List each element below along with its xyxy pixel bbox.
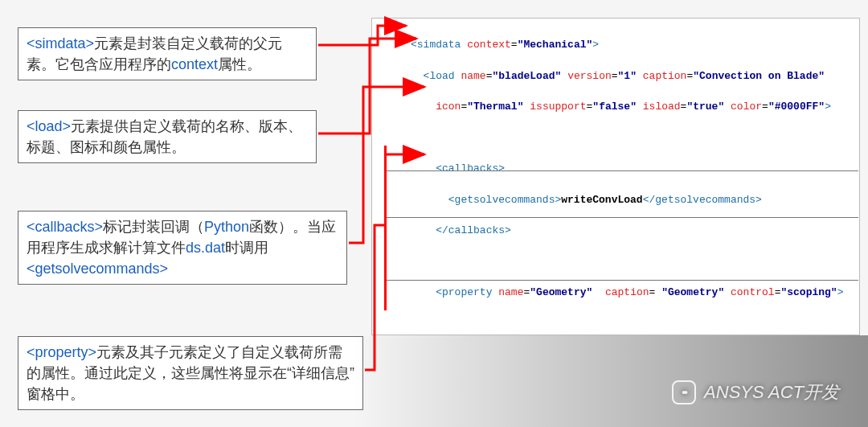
tag-context: context	[171, 56, 218, 72]
tag-property: <property>	[27, 344, 96, 360]
separator	[386, 170, 858, 171]
note-simdata: <simdata>元素是封装自定义载荷的父元素。它包含应用程序的context属…	[18, 27, 317, 80]
code-load-open: <load name="bladeLoad" version="1" capti…	[411, 68, 853, 84]
separator	[386, 217, 858, 218]
code-panel: <simdata context="Mechanical"> <load nam…	[371, 18, 860, 335]
watermark: •• ANSYS ACT开发	[672, 380, 839, 404]
note-property: <property>元素及其子元素定义了自定义载荷所需的属性。通过此定义，这些属…	[18, 336, 363, 410]
watermark-text: ANSYS ACT开发	[704, 380, 839, 404]
tag-callbacks: <callbacks>	[27, 219, 103, 235]
tag-load: <load>	[27, 118, 71, 134]
note-callbacks: <callbacks>标记封装回调（Python函数）。当应用程序生成求解计算文…	[18, 211, 347, 285]
property-bracket	[384, 146, 387, 310]
note-load: <load>元素提供自定义载荷的名称、版本、标题、图标和颜色属性。	[18, 110, 317, 163]
separator	[386, 280, 858, 281]
code-simdata-open: <simdata context="Mechanical">	[411, 37, 853, 52]
code-prop-geometry: <property name="Geometry" caption= "Geom…	[411, 285, 853, 300]
tag-simdata: <simdata>	[27, 35, 94, 51]
wechat-icon: ••	[672, 380, 696, 404]
tag-getsolvecommands: <getsolvecommands>	[27, 261, 168, 277]
code-callbacks-open: <callbacks>	[411, 161, 853, 176]
